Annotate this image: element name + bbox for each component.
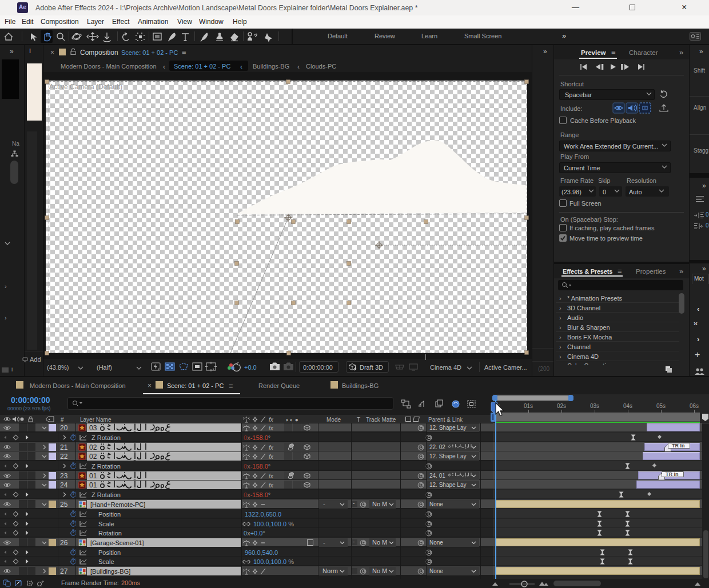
svg-text:fx: fx [269,445,274,451]
svg-text:fx: fx [269,425,274,431]
svg-text:fx: fx [269,473,274,479]
svg-text:fx: fx [269,482,274,489]
svg-text:fx: fx [269,454,274,460]
svg-text:fx: fx [269,417,274,423]
